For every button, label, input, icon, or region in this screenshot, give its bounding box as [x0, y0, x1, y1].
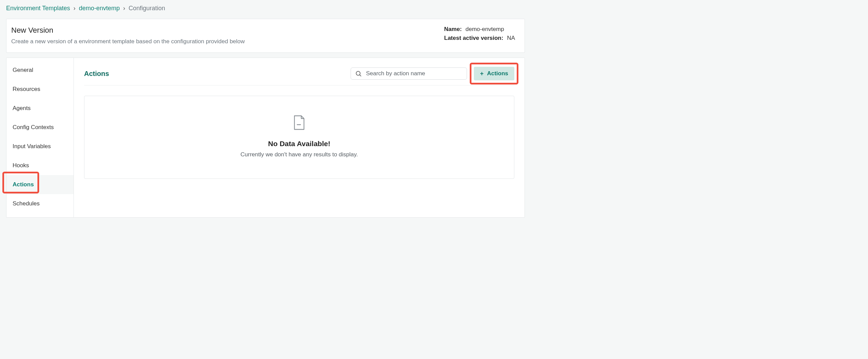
svg-line-1: [360, 75, 361, 76]
sidebar-item-label: Actions: [13, 181, 34, 188]
name-value: demo-envtemp: [465, 26, 504, 32]
sidebar-item-label: Hooks: [13, 162, 29, 169]
breadcrumb: Environment Templates › demo-envtemp › C…: [0, 0, 531, 15]
sidebar-item-label: General: [13, 67, 33, 73]
version-value: NA: [507, 35, 515, 41]
document-icon: [91, 115, 507, 130]
svg-point-0: [356, 71, 360, 75]
sidebar-item-input-variables[interactable]: Input Variables: [6, 137, 74, 156]
header-meta: Name: demo-envtemp Latest active version…: [444, 26, 515, 44]
add-actions-button[interactable]: + Actions: [474, 67, 514, 80]
add-button-label: Actions: [487, 70, 508, 77]
sidebar-item-resources[interactable]: Resources: [6, 80, 74, 99]
sidebar-item-schedules[interactable]: Schedules: [6, 194, 74, 213]
sidebar-item-general[interactable]: General: [6, 61, 74, 80]
page-header-card: New Version Create a new version of a en…: [6, 19, 525, 53]
breadcrumb-current: Configuration: [129, 5, 165, 12]
page-subtitle: Create a new version of a environment te…: [11, 38, 245, 45]
version-label: Latest active version:: [444, 35, 503, 41]
section-title: Actions: [84, 70, 109, 78]
page-title: New Version: [11, 26, 245, 35]
sidebar-item-actions[interactable]: Actions: [6, 175, 74, 194]
sidebar-item-label: Schedules: [13, 200, 39, 207]
sidebar-item-hooks[interactable]: Hooks: [6, 156, 74, 175]
search-input[interactable]: [366, 70, 463, 77]
search-icon: [355, 70, 362, 77]
plus-icon: +: [480, 71, 484, 77]
sidebar: General Resources Agents Config Contexts…: [6, 58, 74, 217]
sidebar-item-label: Input Variables: [13, 143, 51, 150]
empty-state-title: No Data Available!: [91, 140, 507, 148]
breadcrumb-root[interactable]: Environment Templates: [6, 5, 70, 12]
empty-state-subtitle: Currently we don't have any results to d…: [91, 151, 507, 158]
breadcrumb-separator: ›: [74, 5, 76, 12]
content-empty-box: No Data Available! Currently we don't ha…: [84, 96, 514, 179]
search-input-wrap[interactable]: [351, 67, 467, 80]
sidebar-item-label: Config Contexts: [13, 124, 54, 130]
breadcrumb-separator: ›: [123, 5, 125, 12]
sidebar-item-label: Resources: [13, 86, 40, 92]
sidebar-item-label: Agents: [13, 105, 31, 111]
main-panel: Actions + Actions: [74, 58, 525, 217]
sidebar-item-agents[interactable]: Agents: [6, 99, 74, 118]
breadcrumb-parent[interactable]: demo-envtemp: [79, 5, 120, 12]
name-label: Name:: [444, 26, 462, 32]
sidebar-item-config-contexts[interactable]: Config Contexts: [6, 118, 74, 137]
